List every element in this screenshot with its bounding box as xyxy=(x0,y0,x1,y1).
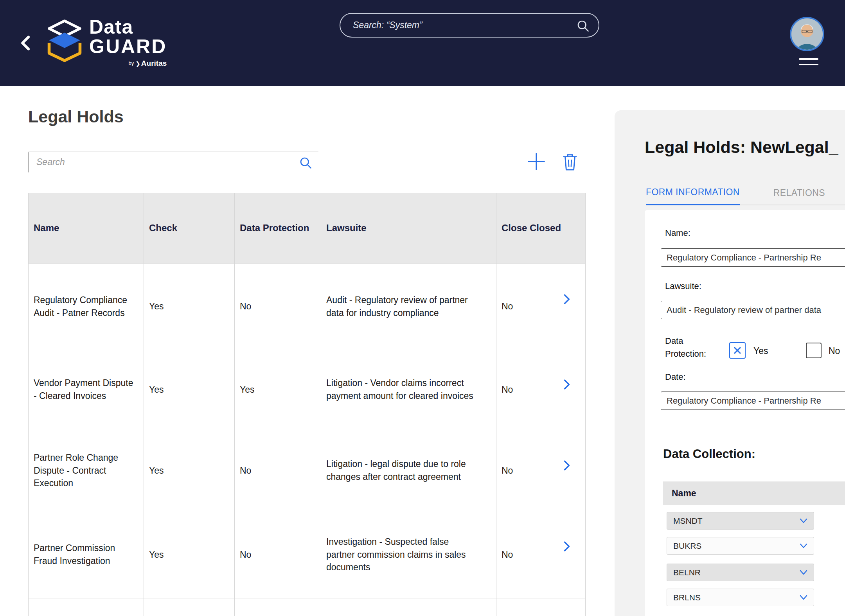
cell-check: Yes xyxy=(144,511,235,598)
cell-check xyxy=(144,598,235,616)
back-button[interactable] xyxy=(17,34,35,52)
data-collection-dropdown-belnr[interactable]: BELNR xyxy=(667,564,814,581)
row-open-chevron-icon[interactable] xyxy=(562,459,572,472)
table-search xyxy=(28,151,319,173)
form-card: Name: Lawsuite: Data Protection: Yes No … xyxy=(645,210,845,616)
logo-byline: by❯Auritas xyxy=(89,59,167,68)
column-header-name: Name xyxy=(29,193,144,264)
row-open-chevron-icon[interactable] xyxy=(562,378,572,391)
chevron-down-icon xyxy=(799,518,808,524)
name-field[interactable] xyxy=(661,248,845,267)
data-collection-dropdown-bukrs[interactable]: BUKRS xyxy=(667,537,814,555)
dataguard-logo-icon xyxy=(46,17,83,65)
panel-title: Legal Holds: NewLegal_ xyxy=(645,138,838,157)
data-collection-name-header: Name xyxy=(672,488,696,499)
data-collection-heading: Data Collection: xyxy=(663,447,755,461)
cell-check: Yes xyxy=(144,264,235,349)
cell-data-protection xyxy=(235,598,321,616)
data-protection-label: Data Protection: xyxy=(665,334,720,360)
auritas-arrow-icon: ❯ xyxy=(135,60,140,67)
tab-form-information[interactable]: FORM INFORMATION xyxy=(646,187,740,205)
data-protection-no-label: No xyxy=(829,346,840,356)
table-header-row: Name Check Data Protection Lawsuite Clos… xyxy=(29,193,585,264)
user-avatar[interactable] xyxy=(790,17,824,51)
cell-check: Yes xyxy=(144,430,235,511)
plus-icon xyxy=(526,151,547,172)
data-collection-dropdown-msndt[interactable]: MSNDT xyxy=(667,512,814,530)
name-label: Name: xyxy=(665,228,690,238)
cell-lawsuite xyxy=(321,598,496,616)
data-collection-column-header: Name xyxy=(663,481,845,505)
cell-lawsuite: Investigation - Suspected false partner … xyxy=(321,511,496,598)
lawsuite-field[interactable] xyxy=(661,301,845,319)
logo-text: Data GUARD by❯Auritas xyxy=(89,17,167,68)
dataguard-logo: Data GUARD by❯Auritas xyxy=(46,17,167,68)
top-navbar: Data GUARD by❯Auritas xyxy=(0,0,845,86)
data-protection-yes-checkbox[interactable] xyxy=(729,342,746,359)
cell-close-closed xyxy=(496,598,586,616)
cell-lawsuite: Litigation - legal dispute due to role c… xyxy=(321,430,496,511)
cell-lawsuite: Audit - Regulatory review of partner dat… xyxy=(321,264,496,349)
dropdown-value: BELNR xyxy=(673,568,701,577)
cell-data-protection: Yes xyxy=(235,349,321,430)
panel-tabs: FORM INFORMATION RELATIONS xyxy=(646,187,845,205)
table-row[interactable]: Regulatory Compliance Audit - Patner Rec… xyxy=(29,264,585,349)
column-header-check: Check xyxy=(144,193,235,264)
table-row[interactable]: Vendor Payment Dispute - Cleared Invoice… xyxy=(29,349,585,430)
cell-name xyxy=(29,598,144,616)
table-row[interactable] xyxy=(29,598,585,616)
tab-relations[interactable]: RELATIONS xyxy=(773,188,825,205)
row-open-chevron-icon[interactable] xyxy=(562,293,572,305)
checkbox-x-icon xyxy=(730,343,745,358)
logo-word-data: Data xyxy=(89,17,167,37)
date-label: Date: xyxy=(665,372,686,382)
cell-lawsuite: Litigation - Vendor claims incorrect pay… xyxy=(321,349,496,430)
column-header-close-closed: Close Closed xyxy=(496,193,586,264)
cell-name: Vendor Payment Dispute - Cleared Invoice… xyxy=(29,349,144,430)
menu-icon[interactable] xyxy=(799,58,818,69)
cell-name: Partner Role Change Dispute - Contract E… xyxy=(29,430,144,511)
cell-data-protection: No xyxy=(235,430,321,511)
cell-data-protection: No xyxy=(235,264,321,349)
chevron-down-icon xyxy=(799,569,808,576)
cell-close-closed: No xyxy=(496,264,586,349)
trash-icon xyxy=(561,152,579,172)
lawsuite-label: Lawsuite: xyxy=(665,281,701,291)
date-field[interactable] xyxy=(661,392,845,410)
search-icon[interactable] xyxy=(298,156,313,170)
data-collection-dropdown-brlns[interactable]: BRLNS xyxy=(667,589,814,606)
cell-data-protection: No xyxy=(235,511,321,598)
page-title: Legal Holds xyxy=(28,107,124,126)
row-open-chevron-icon[interactable] xyxy=(562,540,572,553)
avatar-photo xyxy=(791,18,823,50)
logo-word-guard: GUARD xyxy=(89,37,167,56)
logo-byline-by: by xyxy=(129,60,134,66)
logo-byline-brand: Auritas xyxy=(141,59,167,67)
dropdown-value: MSNDT xyxy=(673,516,703,526)
dropdown-value: BRLNS xyxy=(673,593,701,602)
dropdown-value: BUKRS xyxy=(673,541,701,551)
table-row[interactable]: Partner Commission Fraud Investigation Y… xyxy=(29,511,585,598)
cell-name: Regulatory Compliance Audit - Patner Rec… xyxy=(29,264,144,349)
back-chevron-icon xyxy=(17,34,35,52)
search-icon[interactable] xyxy=(576,19,590,33)
cell-check: Yes xyxy=(144,349,235,430)
cell-name: Partner Commission Fraud Investigation xyxy=(29,511,144,598)
delete-legal-hold-button[interactable] xyxy=(561,152,579,172)
legal-hold-detail-panel: Legal Holds: NewLegal_ FORM INFORMATION … xyxy=(615,110,845,616)
table-search-input[interactable] xyxy=(29,151,319,173)
cell-close-closed: No xyxy=(496,349,586,430)
legal-holds-table: Name Check Data Protection Lawsuite Clos… xyxy=(28,193,585,616)
add-legal-hold-button[interactable] xyxy=(526,151,547,172)
column-header-lawsuite: Lawsuite xyxy=(321,193,496,264)
chevron-down-icon xyxy=(799,543,808,549)
global-search xyxy=(340,13,599,38)
cell-close-closed: No xyxy=(496,511,586,598)
cell-close-closed: No xyxy=(496,430,586,511)
chevron-down-icon xyxy=(799,594,808,601)
table-row[interactable]: Partner Role Change Dispute - Contract E… xyxy=(29,430,585,511)
data-protection-no-checkbox[interactable] xyxy=(806,343,822,358)
data-protection-yes-label: Yes xyxy=(753,346,768,356)
column-header-data-protection: Data Protection xyxy=(235,193,321,264)
global-search-input[interactable] xyxy=(340,14,599,37)
